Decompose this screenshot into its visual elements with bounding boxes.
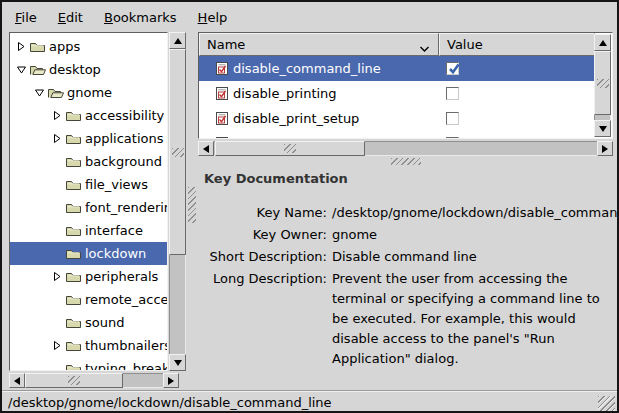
tree-item-peripherals[interactable]: peripherals [10, 265, 167, 288]
folder-icon [65, 362, 85, 371]
expander-expanded-icon[interactable] [14, 62, 29, 77]
tree-item-label: applications [85, 131, 163, 146]
tree-item-label: peripherals [85, 269, 158, 284]
expander-spacer [50, 246, 65, 261]
tree-item-thumbnailers[interactable]: thumbnailers [10, 334, 167, 357]
tree-item-desktop[interactable]: desktop [10, 58, 167, 81]
column-header-name[interactable]: Name [199, 33, 439, 56]
folder-icon [65, 132, 85, 145]
column-value-label: Value [447, 37, 483, 52]
folder-open-icon [47, 86, 67, 99]
expander-collapsed-icon[interactable] [50, 338, 65, 353]
key-name-label: disable_command_line [233, 61, 381, 76]
tree-item-sound[interactable]: sound [10, 311, 167, 334]
menu-bookmarks[interactable]: Bookmarks [94, 6, 187, 29]
expander-collapsed-icon[interactable] [50, 131, 65, 146]
tree-item-file-views[interactable]: file_views [10, 173, 167, 196]
scroll-up-icon[interactable] [169, 32, 186, 49]
tree-item-gnome[interactable]: gnome [10, 81, 167, 104]
key-row-disable-print-setup[interactable]: disable_print_setup [199, 106, 595, 131]
scroll-left-icon[interactable] [198, 141, 214, 156]
expander-collapsed-icon[interactable] [50, 269, 65, 284]
expander-spacer [50, 315, 65, 330]
folder-tree: apps desktop gnome accessibility applica… [9, 32, 168, 371]
column-header-value[interactable]: Value [439, 33, 595, 56]
folder-icon [65, 224, 85, 237]
doc-field-label: Key Name: [198, 203, 327, 223]
key-row-disable-save-to-disk[interactable]: disable_save_to_disk [199, 131, 595, 139]
pane-divider-horizontal[interactable] [198, 157, 613, 166]
key-documentation-title: Key Documentation [204, 171, 614, 186]
scrollbar-thumb[interactable] [25, 373, 123, 388]
tree-item-accessibility[interactable]: accessibility [10, 104, 167, 127]
menu-edit[interactable]: Edit [48, 6, 93, 29]
doc-key-name-value: /desktop/gnome/lockdown/disable_command_… [332, 203, 614, 223]
tree-item-typing-break[interactable]: typing_break [10, 357, 167, 371]
menu-help[interactable]: Help [188, 6, 238, 29]
expander-collapsed-icon[interactable] [50, 108, 65, 123]
tree-item-label: interface [85, 223, 143, 238]
doc-field-label: Key Owner: [198, 225, 327, 245]
value-checkbox[interactable] [446, 87, 459, 100]
menu-bar: File Edit Bookmarks Help [4, 4, 615, 30]
doc-short-description-value: Disable command line [332, 247, 614, 267]
key-list: Name Value disable_command_line disable_… [198, 32, 613, 139]
key-icon [215, 111, 229, 126]
window-resize-grip[interactable] [598, 396, 615, 411]
doc-field-label: Long Description: [198, 269, 327, 369]
tree-item-label: background [85, 154, 162, 169]
folder-icon [65, 201, 85, 214]
folder-icon [65, 247, 85, 260]
value-checkbox[interactable] [446, 137, 459, 139]
value-checkbox[interactable] [446, 112, 459, 125]
tree-item-font-rendering[interactable]: font_rendering [10, 196, 167, 219]
tree-item-label: gnome [67, 85, 112, 100]
value-checkbox[interactable] [446, 62, 459, 75]
pane-divider-vertical[interactable] [187, 32, 197, 388]
tree-item-label: file_views [85, 177, 148, 192]
tree-item-background[interactable]: background [10, 150, 167, 173]
tree-item-remote-access[interactable]: remote_access [10, 288, 167, 311]
tree-item-applications[interactable]: applications [10, 127, 167, 150]
tree-item-label: typing_break [85, 361, 168, 371]
menu-file[interactable]: File [5, 6, 47, 29]
doc-long-description-value: Prevent the user from accessing the term… [332, 269, 614, 369]
key-icon [215, 86, 229, 101]
key-name-label: disable_printing [233, 86, 337, 101]
key-icon [215, 136, 229, 139]
scroll-left-icon[interactable] [9, 373, 25, 388]
key-row-disable-command-line[interactable]: disable_command_line [199, 56, 595, 81]
tree-item-interface[interactable]: interface [10, 219, 167, 242]
tree-vertical-scrollbar[interactable] [169, 32, 186, 371]
scroll-down-icon[interactable] [169, 354, 186, 371]
tree-item-lockdown[interactable]: lockdown [10, 242, 167, 265]
folder-icon [65, 109, 85, 122]
pane-resize-grip[interactable] [188, 187, 196, 223]
pane-resize-grip[interactable] [391, 158, 421, 165]
key-row-disable-printing[interactable]: disable_printing [199, 81, 595, 106]
expander-spacer [50, 361, 65, 371]
expander-spacer [50, 177, 65, 192]
doc-key-owner-value: gnome [332, 225, 614, 245]
key-list-horizontal-scrollbar[interactable] [198, 141, 613, 156]
tree-item-label: lockdown [85, 246, 146, 261]
column-name-label: Name [207, 37, 245, 52]
tree-item-label: desktop [49, 62, 101, 77]
scrollbar-thumb[interactable] [594, 51, 611, 115]
key-list-vertical-scrollbar[interactable] [594, 34, 611, 137]
key-name-label: disable_print_setup [233, 111, 359, 126]
scroll-up-icon[interactable] [594, 34, 611, 51]
tree-horizontal-scrollbar[interactable] [9, 373, 179, 388]
expander-expanded-icon[interactable] [32, 85, 47, 100]
expander-collapsed-icon[interactable] [14, 39, 29, 54]
tree-item-apps[interactable]: apps [10, 35, 167, 58]
scrollbar-thumb[interactable] [215, 141, 365, 156]
tree-item-label: accessibility [85, 108, 164, 123]
folder-icon [29, 40, 49, 53]
folder-icon [65, 316, 85, 329]
scroll-right-icon[interactable] [163, 373, 179, 388]
scroll-down-icon[interactable] [594, 120, 611, 137]
scrollbar-thumb[interactable] [169, 49, 186, 255]
expander-spacer [50, 154, 65, 169]
scroll-right-icon[interactable] [597, 141, 613, 156]
